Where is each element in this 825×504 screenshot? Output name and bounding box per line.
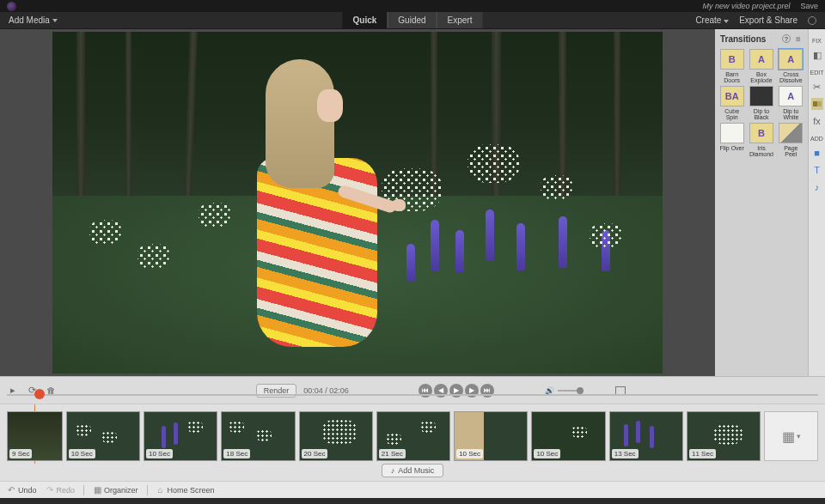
undo-icon: ↶ <box>7 486 15 495</box>
titlebar: My new video project.prel Save <box>0 0 825 12</box>
gear-icon[interactable] <box>808 16 816 25</box>
tab-guided[interactable]: Guided <box>387 12 436 28</box>
panel-menu-icon[interactable]: ≡ <box>794 34 803 44</box>
rail-add-label: ADD <box>810 136 823 142</box>
timeline-ruler[interactable] <box>7 394 818 398</box>
transition-flip-over[interactable]: Flip Over <box>718 123 745 157</box>
clip[interactable]: 10 Sec <box>66 411 140 461</box>
svg-rect-1 <box>817 101 822 106</box>
app-icon <box>7 2 16 11</box>
clip[interactable]: 11 Sec <box>687 411 761 461</box>
organizer-icon: ▦ <box>93 486 101 495</box>
modebar: Add Media Quick Guided Expert Create Exp… <box>0 12 825 29</box>
help-icon[interactable]: ? <box>782 34 791 43</box>
undo-button[interactable]: ↶Undo <box>7 486 37 495</box>
right-panel: Transitions ? ≡ BBarn Doors ABox Explode… <box>715 29 825 376</box>
clip[interactable]: 10 Sec <box>144 411 217 461</box>
timeline: 9 Sec 10 Sec 10 Sec 18 Sec 20 Sec 21 Sec… <box>0 404 825 481</box>
playhead[interactable] <box>34 389 45 399</box>
rail-fix-label: FIX <box>812 38 822 44</box>
video-preview[interactable] <box>52 32 663 373</box>
transition-page-peel[interactable]: Page Peel <box>778 123 804 157</box>
project-name: My new video project.prel <box>702 2 790 10</box>
add-media-button[interactable]: Add Media <box>0 15 66 25</box>
svg-rect-0 <box>813 101 817 106</box>
rail-edit-label: EDIT <box>810 70 824 76</box>
music-icon[interactable]: ♪ <box>811 181 823 193</box>
volume-slider[interactable] <box>558 390 584 392</box>
music-icon: ♪ <box>391 466 395 475</box>
transition-box-explode[interactable]: ABox Explode <box>748 49 774 83</box>
volume-icon: 🔊 <box>545 386 554 395</box>
text-icon[interactable]: T <box>811 164 823 176</box>
clip[interactable]: 9 Sec <box>7 411 63 461</box>
chevron-down-icon <box>724 20 729 23</box>
clip[interactable]: 18 Sec <box>221 411 295 461</box>
tab-quick[interactable]: Quick <box>343 12 388 28</box>
preview-area <box>0 29 715 376</box>
home-icon: ⌂ <box>156 486 165 495</box>
clip[interactable]: 10 Sec <box>454 411 528 461</box>
main-area: Transitions ? ≡ BBarn Doors ABox Explode… <box>0 29 825 376</box>
transition-dip-to-black[interactable]: ADip to Black <box>748 86 774 120</box>
clip[interactable]: 13 Sec <box>609 411 683 461</box>
redo-button[interactable]: ↷Redo <box>46 486 76 495</box>
transition-iris-diamond[interactable]: BIris Diamond <box>748 123 774 157</box>
footer: ↶Undo ↷Redo ▦Organizer ⌂Home Screen <box>0 481 825 498</box>
playback-controls: ▸ ⟳ 🗑 Render 00:04 / 02:06 ⏮ ◀ ▶ ▶ ⏭ 🔊 <box>0 376 825 404</box>
create-button[interactable]: Create <box>695 15 729 25</box>
panel-header: Transitions ? ≡ <box>718 33 804 49</box>
tool-rail: FIX ◧ EDIT ✂ fx ADD ■ T ♪ <box>808 29 825 376</box>
transitions-icon[interactable] <box>811 98 823 110</box>
transition-cross-dissolve[interactable]: ACross Dissolve <box>778 49 804 83</box>
adjust-icon[interactable]: ◧ <box>811 49 823 61</box>
transition-dip-to-white[interactable]: ADip to White <box>778 86 804 120</box>
redo-icon: ↷ <box>46 486 54 495</box>
add-media-label: Add Media <box>9 15 50 25</box>
transitions-grid: BBarn Doors ABox Explode ACross Dissolve… <box>718 49 804 157</box>
clip[interactable]: 21 Sec <box>376 411 450 461</box>
transition-barn-doors[interactable]: BBarn Doors <box>718 49 745 83</box>
tab-expert[interactable]: Expert <box>437 12 483 28</box>
add-clip-button[interactable]: ▦▾ <box>764 411 818 461</box>
mode-tabs: Quick Guided Expert <box>343 12 483 28</box>
add-music-button[interactable]: ♪Add Music <box>382 464 444 477</box>
time-display: 00:04 / 02:06 <box>303 386 349 395</box>
save-button[interactable]: Save <box>800 2 818 10</box>
volume-control[interactable]: 🔊 <box>545 386 584 395</box>
separator <box>147 485 148 495</box>
header-actions: Create Export & Share <box>687 15 825 25</box>
effects-icon[interactable]: fx <box>811 115 823 127</box>
separator <box>83 485 84 495</box>
clip[interactable]: 10 Sec <box>531 411 605 461</box>
tools-icon[interactable]: ✂ <box>811 81 823 93</box>
chevron-down-icon <box>52 19 58 22</box>
transition-cube-spin[interactable]: BACube Spin <box>718 86 745 120</box>
fullscreen-button[interactable] <box>615 386 626 395</box>
organizer-button[interactable]: ▦Organizer <box>93 486 138 495</box>
titles-icon[interactable]: ■ <box>811 147 823 159</box>
home-screen-button[interactable]: ⌂Home Screen <box>156 486 215 495</box>
panel-title: Transitions <box>720 34 766 44</box>
clip[interactable]: 20 Sec <box>299 411 373 461</box>
export-share-button[interactable]: Export & Share <box>739 15 798 25</box>
